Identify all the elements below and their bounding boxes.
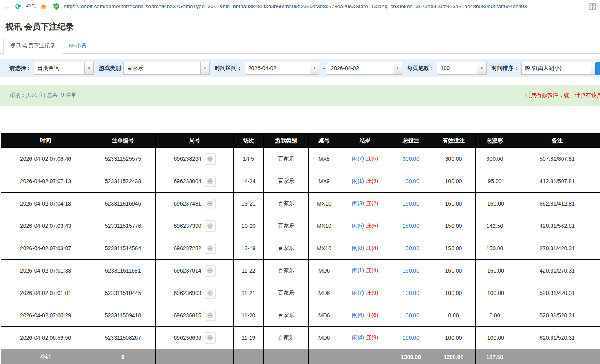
address-bar[interactable]: https://iohetf.com/game/betrecord_search… xyxy=(64,4,585,9)
cell-table-id: MD6 xyxy=(309,327,340,349)
subtotal-row: 小计91300.001200.00187.50 xyxy=(1,349,600,364)
total-bet-link[interactable]: 100.00 xyxy=(402,290,419,296)
subtotal-payout: 187.50 xyxy=(476,349,514,364)
subtotal-empty-2 xyxy=(264,349,309,364)
page-size-select[interactable]: 100 ▾ xyxy=(437,62,487,75)
video-replay-icon[interactable] xyxy=(205,310,216,321)
sort-value: 降幂(由大到小) xyxy=(522,65,591,72)
cell-session: 13-19 xyxy=(234,237,264,260)
bet-records-table: 时间注单编号局号场次游戏类别桌号结果总投注有效投注总派彩备注 2026-04-0… xyxy=(1,133,600,364)
cell-game-type: 百家乐 xyxy=(264,170,309,193)
total-bet-link[interactable]: 100.00 xyxy=(402,178,419,184)
chevron-down-icon[interactable]: ▾ xyxy=(393,62,402,74)
cell-bet-id: 523311514564 xyxy=(90,237,156,260)
cell-game-type: 百家乐 xyxy=(264,304,309,327)
subtotal-count: 9 xyxy=(90,349,156,364)
column-header-9: 总派彩 xyxy=(476,134,514,148)
video-replay-icon[interactable] xyxy=(205,198,216,209)
chevron-down-icon[interactable]: ▾ xyxy=(200,62,209,74)
chevron-down-icon[interactable]: ▾ xyxy=(84,62,93,74)
query-type-select[interactable]: 日期查询 ▾ xyxy=(34,62,94,75)
column-header-2: 局号 xyxy=(156,134,234,148)
cell-total-bet: 150.00 xyxy=(390,237,432,260)
cell-session: 11-19 xyxy=(234,327,264,349)
total-bet-link[interactable]: 150.00 xyxy=(402,200,419,207)
security-shield-icon[interactable] xyxy=(53,3,59,10)
total-bet-link[interactable]: 150.00 xyxy=(402,245,419,251)
currency-summary: 币别：人民币 | 总共 :9 注单 | xyxy=(9,92,79,99)
tab-bet-records[interactable]: 视讯 会员下注纪录 xyxy=(3,38,62,54)
cell-valid-bet: 100.00 xyxy=(432,327,476,349)
banker-result: 庄(2) xyxy=(366,200,378,206)
cell-result: 闲(7)庄(6) xyxy=(340,148,390,170)
cell-payout: -100.00 xyxy=(476,327,514,349)
sort-select[interactable]: 降幂(由大到小) ▾ xyxy=(521,62,600,75)
round-id-wrap: 696238264 xyxy=(156,153,233,164)
home-icon[interactable] xyxy=(40,4,47,10)
cell-valid-bet: 100.00 xyxy=(432,282,476,304)
cell-valid-bet: 150.00 xyxy=(432,260,476,282)
video-replay-icon[interactable] xyxy=(205,243,216,254)
cell-total-bet: 100.00 xyxy=(390,327,432,349)
cell-table-id: MX8 xyxy=(309,148,340,170)
cell-note: 420.31/270.31 xyxy=(514,260,600,282)
date-from-select[interactable]: 2026-04-02 ▾ xyxy=(245,62,319,75)
tab-bar: 视讯 会员下注纪录 BB小费 xyxy=(0,38,600,54)
search-button[interactable] xyxy=(595,62,600,75)
undo-group[interactable]: ↶ ▾ xyxy=(26,3,36,10)
round-id-text: 696238004 xyxy=(174,178,201,184)
video-replay-icon[interactable] xyxy=(205,176,216,187)
cell-result: 闲(8)庄(4) xyxy=(340,237,390,260)
cell-time: 2026-04-02 06:59:50 xyxy=(1,327,90,349)
table-header-row: 时间注单编号局号场次游戏类别桌号结果总投注有效投注总派彩备注 xyxy=(1,134,600,148)
total-bet-link[interactable]: 100.00 xyxy=(402,335,419,341)
subtotal-valid-bet: 1200.00 xyxy=(432,349,476,364)
column-header-10: 备注 xyxy=(514,134,600,148)
total-bet-link[interactable]: 150.00 xyxy=(402,268,419,274)
cell-session: 13-21 xyxy=(234,193,264,215)
cell-round-id: 696237014 xyxy=(156,260,234,282)
date-from-value: 2026-04-02 xyxy=(245,65,310,71)
column-header-5: 桌号 xyxy=(309,134,340,148)
video-replay-icon[interactable] xyxy=(205,288,216,298)
extensions-grid-icon[interactable] xyxy=(589,3,596,10)
cell-round-id: 696237390 xyxy=(156,215,234,237)
cell-total-bet: 150.00 xyxy=(390,215,432,237)
notification-dot xyxy=(32,4,34,5)
date-to-select[interactable]: 2026-04-02 ▾ xyxy=(327,62,402,75)
round-id-wrap: 696236696 xyxy=(156,332,233,343)
chevron-down-icon[interactable]: ▾ xyxy=(310,62,319,74)
tab-bb-tips[interactable]: BB小费 xyxy=(62,38,93,53)
cell-table-id: MD6 xyxy=(309,282,340,304)
cell-round-id: 696238004 xyxy=(156,170,234,193)
cell-session: 11-22 xyxy=(234,260,264,282)
cell-bet-id: 523311525575 xyxy=(90,148,156,170)
video-replay-icon[interactable] xyxy=(205,265,216,276)
back-icon[interactable]: ← xyxy=(4,3,11,10)
round-id-text: 696237014 xyxy=(174,268,201,274)
cell-note: 507.81/807.81 xyxy=(514,148,600,170)
subtotal-total-bet: 1300.00 xyxy=(390,349,432,364)
total-bet-link[interactable]: 150.00 xyxy=(402,223,419,229)
video-replay-icon[interactable] xyxy=(205,332,216,343)
chevron-down-icon[interactable]: ▾ xyxy=(34,6,36,9)
cell-round-id: 696236903 xyxy=(156,282,234,304)
cell-bet-id: 523311515776 xyxy=(90,215,156,237)
round-id-wrap: 696237390 xyxy=(156,220,233,231)
total-bet-link[interactable]: 300.00 xyxy=(402,156,419,162)
chevron-down-icon[interactable]: ▾ xyxy=(477,62,486,74)
cell-game-type: 百家乐 xyxy=(264,193,309,215)
cell-table-id: MD6 xyxy=(309,304,340,327)
table-row: 2026-04-02 07:01:38523311511681696237014… xyxy=(1,260,600,282)
cell-bet-id: 523311511681 xyxy=(90,260,156,282)
cell-valid-bet: 100.00 xyxy=(432,170,476,193)
game-type-select[interactable]: 百家乐 ▾ xyxy=(123,62,210,75)
cell-game-type: 百家乐 xyxy=(264,282,309,304)
video-replay-icon[interactable] xyxy=(205,220,216,231)
cell-time: 2026-04-02 07:03:43 xyxy=(1,215,90,237)
total-bet-link[interactable]: 100.00 xyxy=(402,312,419,318)
table-row: 2026-04-02 07:08:46523311525575696238264… xyxy=(1,148,600,170)
refresh-icon[interactable]: ⟳ xyxy=(15,3,21,10)
video-replay-icon[interactable] xyxy=(205,153,216,164)
undo-icon[interactable]: ↶ xyxy=(26,3,31,10)
